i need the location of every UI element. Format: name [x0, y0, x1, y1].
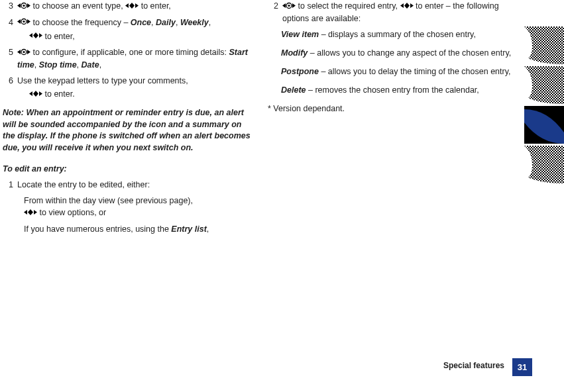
step-number: 4 — [3, 17, 17, 43]
step-number: 3 — [3, 0, 17, 13]
option-delete: Delete – removes the chosen entry from t… — [281, 84, 513, 96]
step-text: to choose an event type, — [32, 1, 125, 11]
svg-point-7 — [288, 5, 290, 7]
enter-diamond-icon — [400, 1, 414, 13]
term-date: Date — [82, 60, 99, 70]
step-5: 5 to configure, if applicable, one or mo… — [3, 46, 254, 71]
enter-diamond-icon — [29, 30, 42, 42]
step-text: to enter, — [141, 1, 171, 11]
svg-point-1 — [23, 5, 25, 7]
nav-wheel-icon — [17, 17, 30, 28]
edit-step-1: 1 Locate the entry to be edited, either: — [3, 179, 254, 191]
nav-wheel-icon — [17, 47, 30, 59]
edit-entry-heading: To edit an entry: — [3, 163, 254, 175]
step-subtext: to enter. — [44, 89, 74, 99]
step-text: Use the keypad letters to type your comm… — [17, 76, 188, 85]
option-modify: Modify – allows you to change any aspect… — [281, 47, 513, 59]
enter-diamond-icon — [24, 207, 37, 219]
step-text: Locate the entry to be edited, either: — [17, 179, 254, 191]
side-tab — [524, 26, 564, 64]
step-4: 4 to choose the frequency – Once, Daily,… — [3, 17, 254, 43]
step-number: 5 — [3, 46, 17, 71]
nav-wheel-icon — [282, 1, 296, 13]
right-column: 2 to select the required entry, to enter… — [268, 0, 526, 392]
term-weekly: Weekly — [180, 18, 209, 27]
step-subtext: to enter, — [44, 32, 74, 41]
side-tab — [524, 66, 564, 104]
term-daily: Daily — [156, 18, 176, 27]
page-number-badge: 31 — [512, 358, 532, 376]
step-3: 3 to choose an event type, to enter, — [3, 0, 254, 13]
svg-point-5 — [23, 51, 25, 53]
term-once: Once — [131, 18, 151, 27]
enter-diamond-icon — [125, 1, 139, 13]
side-tabs — [524, 26, 564, 185]
nav-wheel-icon — [17, 1, 30, 13]
enter-diamond-icon — [29, 89, 42, 101]
section-footer-label: Special features — [443, 360, 504, 371]
step-6: 6 Use the keypad letters to type your co… — [3, 75, 254, 101]
option-postpone: Postpone – allows you to delay the timin… — [281, 66, 513, 77]
side-tab — [524, 146, 564, 183]
version-footnote: * Version dependant. — [268, 103, 513, 115]
step-number: 2 — [268, 0, 282, 24]
step-text: to choose the frequency – — [32, 18, 130, 27]
term-entry-list: Entry list — [171, 224, 207, 234]
side-tab-active — [524, 106, 564, 144]
edit-sub-entrylist: If you have numerous entries, using the … — [24, 223, 254, 235]
alert-note: Note: When an appointment or reminder en… — [3, 107, 254, 154]
edit-sub-dayview: From within the day view (see previous p… — [24, 195, 254, 219]
term-stop-time: Stop time — [39, 60, 77, 70]
step-text: to configure, if applicable, one or more… — [32, 48, 229, 57]
option-view-item: View item – displays a summary of the ch… — [281, 28, 513, 40]
left-column: 3 to choose an event type, to enter, 4 t… — [3, 0, 268, 392]
step-number: 1 — [3, 179, 17, 191]
step-number: 6 — [3, 75, 17, 101]
svg-point-3 — [23, 21, 25, 23]
edit-step-2: 2 to select the required entry, to enter… — [268, 0, 513, 24]
